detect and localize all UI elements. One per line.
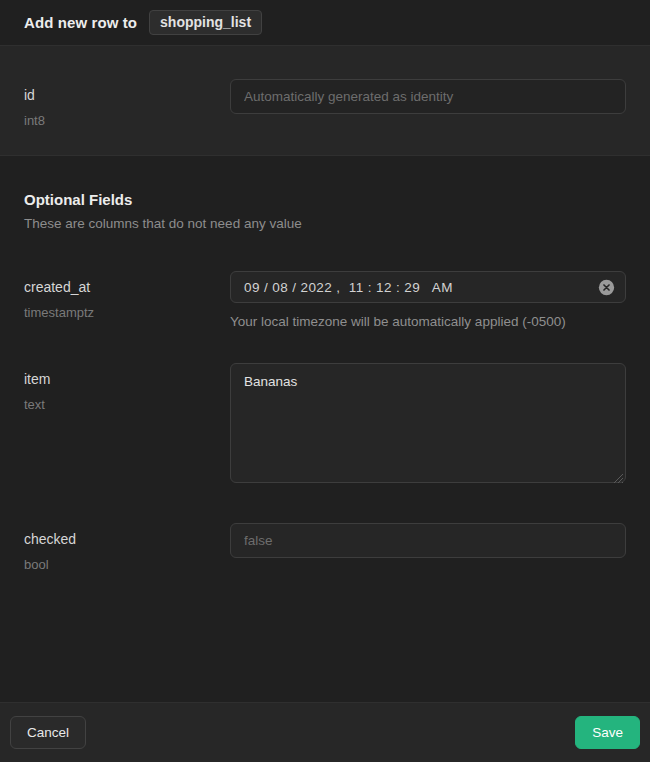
field-input-wrap: [230, 523, 626, 573]
datetime-input[interactable]: 09 / 08 / 2022 , 11 : 12 : 29 AM: [230, 271, 626, 303]
save-button[interactable]: Save: [575, 716, 640, 749]
field-type: timestamptz: [24, 305, 230, 321]
field-type: int8: [24, 113, 230, 129]
field-input-wrap: 09 / 08 / 2022 , 11 : 12 : 29 AM Your lo…: [230, 271, 626, 329]
timezone-helper-text: Your local timezone will be automaticall…: [230, 314, 626, 329]
field-row-id: id int8: [0, 79, 650, 129]
panel-header: Add new row to shopping_list: [0, 0, 650, 46]
optional-rows: created_at timestamptz 09 / 08 / 2022 , …: [0, 271, 650, 573]
add-row-panel: Add new row to shopping_list id int8 Opt…: [0, 0, 650, 762]
datetime-value: 09 / 08 / 2022 , 11 : 12 : 29 AM: [244, 280, 453, 295]
field-name: item: [24, 370, 230, 388]
checked-input[interactable]: [230, 523, 626, 558]
field-type: bool: [24, 557, 230, 573]
table-name-badge: shopping_list: [149, 10, 262, 35]
panel-title: Add new row to: [24, 14, 137, 31]
field-name: id: [24, 86, 230, 104]
optional-fields-section: Optional Fields These are columns that d…: [0, 156, 650, 702]
optional-fields-subheading: These are columns that do not need any v…: [0, 216, 650, 231]
field-row-created-at: created_at timestamptz 09 / 08 / 2022 , …: [0, 271, 650, 329]
clear-datetime-button[interactable]: [598, 279, 615, 296]
item-textarea[interactable]: Bananas: [230, 363, 626, 483]
field-input-wrap: Bananas: [230, 363, 626, 483]
field-input-wrap: [230, 79, 626, 129]
field-label-checked: checked bool: [24, 523, 230, 573]
field-name: checked: [24, 530, 230, 548]
field-label-item: item text: [24, 363, 230, 483]
id-input[interactable]: [230, 79, 626, 114]
required-fields-section: id int8: [0, 46, 650, 156]
textarea-wrap: Bananas: [230, 363, 626, 483]
field-row-checked: checked bool: [0, 523, 650, 573]
field-type: text: [24, 397, 230, 413]
panel-footer: Cancel Save: [0, 702, 650, 762]
field-name: created_at: [24, 278, 230, 296]
field-label-id: id int8: [24, 79, 230, 129]
cancel-button[interactable]: Cancel: [10, 716, 86, 749]
field-row-item: item text Bananas: [0, 363, 650, 483]
circle-x-icon: [598, 279, 615, 296]
field-label-created-at: created_at timestamptz: [24, 271, 230, 329]
optional-fields-heading: Optional Fields: [0, 191, 650, 208]
resize-grip-icon[interactable]: [613, 470, 624, 481]
